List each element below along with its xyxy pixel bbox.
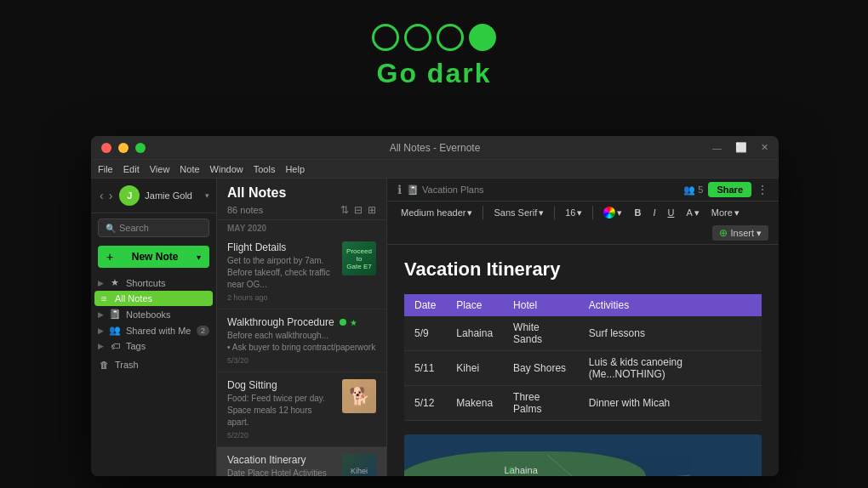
sidebar-item-notebooks[interactable]: ▶ 📓 Notebooks — [91, 306, 216, 322]
color-picker-button[interactable]: ▾ — [600, 205, 625, 220]
row1-hotel: White Sands — [503, 316, 579, 351]
user-avatar[interactable]: J — [119, 185, 140, 206]
row2-hotel: Bay Shores — [503, 351, 579, 386]
new-note-plus: + — [106, 250, 113, 264]
window-controls — [101, 143, 146, 153]
user-dropdown-icon[interactable]: ▾ — [205, 191, 209, 200]
app-window: All Notes - Evernote — ⬜ ✕ File Edit Vie… — [91, 136, 779, 476]
back-arrow[interactable]: ‹ — [98, 189, 106, 202]
logo-icons — [372, 24, 496, 51]
more-format-chevron: ▾ — [734, 207, 740, 218]
note-thumb-flight: Proceed toGate E7 — [342, 241, 376, 275]
maximize-button[interactable] — [135, 143, 146, 153]
more-format-label: More — [711, 207, 733, 218]
view-icon[interactable]: ⊞ — [368, 204, 376, 216]
flight-thumb-img: Proceed toGate E7 — [342, 241, 376, 275]
font-size-dropdown[interactable]: 16 ▾ — [562, 206, 585, 220]
main-layout: ‹ › J Jamie Gold ▾ 🔍 Search + New Note ▾… — [91, 179, 779, 476]
sort-icon[interactable]: ⇅ — [340, 204, 349, 216]
format-toolbar: Medium header ▾ Sans Serif ▾ 16 ▾ ▾ — [387, 201, 779, 245]
row3-place: Makena — [446, 386, 503, 421]
close-button[interactable] — [101, 143, 111, 153]
notebook-icon: 📓 — [407, 184, 419, 196]
note-item-flight[interactable]: Flight Details Get to the airport by 7am… — [217, 235, 386, 309]
font-color-button[interactable]: A ▾ — [682, 206, 702, 220]
font-dropdown-icon: ▾ — [539, 207, 544, 218]
more-format-button[interactable]: More ▾ — [708, 206, 743, 220]
note-title-walkthrough: Walkthrough Procedure ★ — [227, 316, 376, 328]
trash-label: Trash — [115, 360, 139, 370]
minimize-icon[interactable]: — — [712, 143, 722, 153]
note-editor: ℹ 📓 Vacation Plans 👥 5 Share ⋮ — [387, 179, 779, 476]
table-row-1: 5/9 Lahaina White Sands Surf lessons — [404, 316, 762, 351]
note-info-icon[interactable]: ℹ — [397, 183, 402, 196]
shared-badge: 2 — [197, 326, 209, 336]
search-box[interactable]: 🔍 Search — [98, 218, 209, 237]
bold-button[interactable]: B — [631, 206, 644, 219]
row2-place: Kihei — [446, 351, 503, 386]
note-date-walkthrough: 5/3/20 — [227, 356, 376, 365]
toolbar-sep-3 — [592, 206, 593, 219]
header-style-dropdown[interactable]: Medium header ▾ — [397, 206, 476, 220]
italic-button[interactable]: I — [649, 206, 659, 219]
shortcuts-chevron: ▶ — [98, 279, 104, 287]
sidebar-item-shortcuts[interactable]: ▶ ★ Shortcuts — [91, 275, 216, 291]
vacation-thumb-img: Kihei — [342, 454, 376, 476]
sidebar-item-all-notes[interactable]: ≡ All Notes — [94, 291, 213, 306]
menu-view[interactable]: View — [150, 164, 170, 174]
note-item-dog[interactable]: Dog Sitting Food: Feed twice per day. Sp… — [217, 372, 386, 447]
insert-label: Insert — [730, 228, 754, 238]
document-title[interactable]: Vacation Itinerary — [404, 258, 762, 281]
insert-button[interactable]: ⊕ Insert ▾ — [712, 225, 768, 241]
note-content-walkthrough: Walkthrough Procedure ★ Before each walk… — [227, 316, 376, 365]
title-bar-right: — ⬜ ✕ — [712, 142, 768, 153]
shared-icon: 👥 — [109, 325, 121, 336]
tags-chevron: ▶ — [98, 342, 104, 350]
users-indicator: 👥 5 — [683, 184, 703, 196]
notebooks-label: Notebooks — [126, 309, 171, 320]
note-item-vacation[interactable]: Vacation Itinerary Date Place Hotel Acti… — [217, 447, 386, 476]
forward-arrow[interactable]: › — [107, 189, 115, 202]
user-name[interactable]: Jamie Gold — [145, 190, 200, 201]
sidebar-item-shared[interactable]: ▶ 👥 Shared with Me 2 — [91, 322, 216, 338]
note-item-walkthrough[interactable]: Walkthrough Procedure ★ Before each walk… — [217, 309, 386, 372]
filter-icon[interactable]: ⊟ — [354, 204, 363, 216]
nav-arrows: ‹ › — [98, 189, 114, 202]
dog-thumb-img: 🐕 — [342, 379, 376, 413]
new-note-dropdown[interactable]: ▾ — [197, 253, 201, 262]
menu-note[interactable]: Note — [180, 164, 199, 174]
new-note-button[interactable]: + New Note ▾ — [98, 246, 209, 268]
row3-activities: Dinner with Micah — [579, 386, 762, 421]
editor-left-actions: ℹ 📓 Vacation Plans — [397, 183, 484, 196]
notebook-path-label[interactable]: Vacation Plans — [422, 184, 484, 195]
logo-circle-2 — [404, 24, 431, 51]
menu-help[interactable]: Help — [285, 164, 305, 174]
row1-place: Lahaina — [446, 316, 503, 351]
map-lines — [404, 434, 762, 476]
font-family-dropdown[interactable]: Sans Serif ▾ — [490, 206, 547, 220]
tagline-highlight: dark — [427, 58, 492, 88]
underline-button[interactable]: U — [664, 206, 677, 219]
row2-activities: Luis & kids canoeing (Me...NOTHING) — [579, 351, 762, 386]
close-icon[interactable]: ✕ — [761, 142, 768, 153]
menu-tools[interactable]: Tools — [254, 164, 276, 174]
more-options-button[interactable]: ⋮ — [757, 183, 768, 196]
sidebar-nav: ▶ ★ Shortcuts ≡ All Notes ▶ 📓 Notebooks … — [91, 271, 216, 476]
maximize-icon[interactable]: ⬜ — [735, 142, 747, 153]
minimize-button[interactable] — [118, 143, 128, 153]
branding-area: Go dark — [372, 24, 496, 89]
sidebar-item-tags[interactable]: ▶ 🏷 Tags — [91, 338, 216, 354]
menu-edit[interactable]: Edit — [123, 164, 140, 174]
sidebar-header: ‹ › J Jamie Gold ▾ — [91, 179, 216, 213]
menu-window[interactable]: Window — [210, 164, 243, 174]
tagline: Go dark — [372, 58, 496, 89]
share-button[interactable]: Share — [708, 182, 751, 197]
tags-label: Tags — [126, 341, 146, 351]
tagline-prefix: Go — [377, 58, 427, 88]
notes-date-group: MAY 2020 — [217, 220, 386, 235]
menu-file[interactable]: File — [98, 164, 113, 174]
sidebar-item-trash[interactable]: 🗑 Trash — [91, 357, 216, 372]
header-dropdown-icon: ▾ — [467, 207, 472, 218]
editor-actions: 👥 5 Share ⋮ — [683, 182, 768, 197]
map-area: Lahaina — [404, 434, 762, 476]
